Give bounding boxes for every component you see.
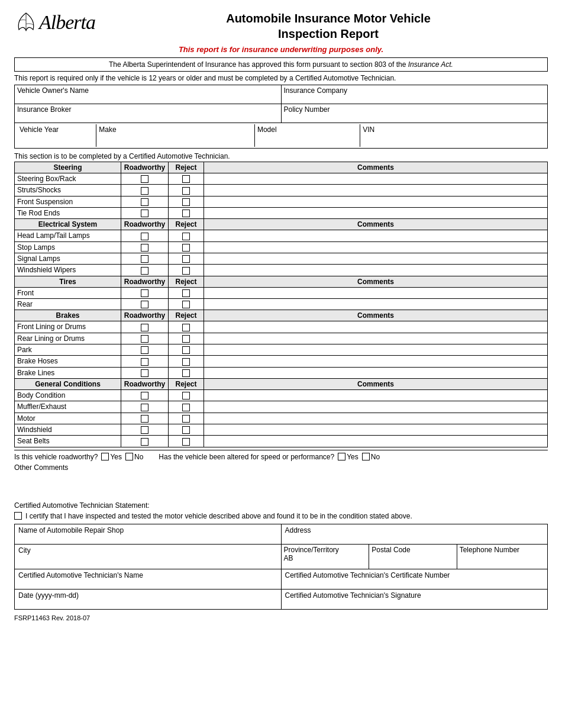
table-row: Windshield Wipers [15, 265, 548, 276]
headlamp-rej[interactable] [169, 230, 204, 241]
motor-rej[interactable] [169, 413, 204, 424]
roadworthy-no-group[interactable]: No [125, 453, 143, 461]
wipers-rej[interactable] [169, 265, 204, 276]
checkbox[interactable] [141, 210, 148, 217]
checkbox[interactable] [141, 324, 148, 331]
broker-cell: Insurance Broker [15, 104, 282, 123]
checkbox[interactable] [141, 289, 148, 297]
table-row: Front [15, 287, 548, 298]
checkbox[interactable] [141, 198, 148, 206]
body-condition-rej[interactable] [169, 389, 204, 401]
checkbox[interactable] [141, 244, 148, 252]
altered-yes-checkbox[interactable] [338, 453, 345, 460]
roadworthy-yes-group[interactable]: Yes [101, 453, 122, 461]
steering-table: Steering Roadworthy Reject Comments Stee… [14, 162, 548, 447]
motor-rw[interactable] [121, 413, 169, 424]
checkbox[interactable] [182, 415, 190, 423]
postal-label: Postal Code [372, 546, 410, 554]
policy-cell: Policy Number [281, 104, 548, 123]
checkbox[interactable] [182, 289, 190, 297]
front-tires-rej[interactable] [169, 287, 204, 298]
altered-yes-group[interactable]: Yes [338, 453, 358, 461]
park-brake-rw[interactable] [121, 344, 169, 355]
checkbox[interactable] [141, 392, 148, 400]
front-lining-rw[interactable] [121, 321, 169, 333]
checkbox[interactable] [141, 404, 148, 411]
checkbox[interactable] [141, 255, 148, 263]
signature-cell: Certified Automotive Technician's Signat… [281, 589, 548, 609]
roadworthy-yes-checkbox[interactable] [101, 453, 109, 460]
checkbox[interactable] [141, 187, 148, 195]
checkbox[interactable] [182, 198, 190, 206]
checkbox[interactable] [182, 335, 190, 343]
checkbox[interactable] [141, 335, 148, 343]
roadworthy-no-checkbox[interactable] [125, 453, 133, 460]
front-susp-rej[interactable] [169, 196, 204, 207]
headlamp-rw[interactable] [121, 230, 169, 241]
stoplamp-rej[interactable] [169, 241, 204, 253]
tie-rod-rw[interactable] [121, 207, 169, 218]
checkbox[interactable] [141, 346, 148, 354]
steering-box-rej[interactable] [169, 173, 204, 185]
rear-tires-rw[interactable] [121, 298, 169, 310]
certify-checkbox[interactable] [14, 512, 22, 520]
checkbox[interactable] [182, 255, 190, 263]
checkbox[interactable] [141, 438, 148, 446]
front-susp-label: Front Suspension [15, 196, 121, 207]
checkbox[interactable] [182, 426, 190, 434]
checkbox[interactable] [182, 346, 190, 354]
checkbox[interactable] [141, 267, 148, 275]
checkbox[interactable] [182, 404, 190, 411]
front-susp-rw[interactable] [121, 196, 169, 207]
rear-lining-rej[interactable] [169, 333, 204, 344]
checkbox[interactable] [182, 324, 190, 331]
checkbox[interactable] [182, 233, 190, 240]
checkbox[interactable] [141, 175, 148, 183]
checkbox[interactable] [182, 358, 190, 366]
front-lining-rej[interactable] [169, 321, 204, 333]
checkbox[interactable] [182, 267, 190, 275]
seatbelts-rej[interactable] [169, 436, 204, 447]
checkbox[interactable] [141, 369, 148, 377]
brake-lines-rej[interactable] [169, 367, 204, 378]
brake-hoses-rw[interactable] [121, 356, 169, 367]
checkbox[interactable] [182, 210, 190, 217]
park-brake-rej[interactable] [169, 344, 204, 355]
struts-rw[interactable] [121, 185, 169, 196]
stoplamp-rw[interactable] [121, 241, 169, 253]
checkbox[interactable] [141, 426, 148, 434]
checkbox[interactable] [182, 392, 190, 400]
struts-rej[interactable] [169, 185, 204, 196]
muffler-rw[interactable] [121, 401, 169, 413]
muffler-rej[interactable] [169, 401, 204, 413]
steering-box-rw[interactable] [121, 173, 169, 185]
rear-lining-rw[interactable] [121, 333, 169, 344]
checkbox[interactable] [182, 301, 190, 308]
owner-name-cell: Vehicle Owner's Name [15, 85, 282, 104]
wipers-rw[interactable] [121, 265, 169, 276]
front-tires-rw[interactable] [121, 287, 169, 298]
signallamp-rw[interactable] [121, 253, 169, 264]
altered-no-checkbox[interactable] [362, 453, 370, 460]
windshield-rw[interactable] [121, 424, 169, 435]
rear-tires-label: Rear [15, 298, 121, 310]
signallamp-rej[interactable] [169, 253, 204, 264]
tie-rod-rej[interactable] [169, 207, 204, 218]
brake-lines-rw[interactable] [121, 367, 169, 378]
checkbox[interactable] [182, 244, 190, 252]
brake-hoses-rej[interactable] [169, 356, 204, 367]
checkbox[interactable] [141, 233, 148, 240]
body-condition-rw[interactable] [121, 389, 169, 401]
rear-tires-rej[interactable] [169, 298, 204, 310]
general-rw-header: Roadworthy [121, 378, 169, 389]
checkbox[interactable] [141, 301, 148, 308]
checkbox[interactable] [182, 187, 190, 195]
checkbox[interactable] [182, 369, 190, 377]
altered-no-group[interactable]: No [362, 453, 380, 461]
checkbox[interactable] [182, 175, 190, 183]
seatbelts-rw[interactable] [121, 436, 169, 447]
checkbox[interactable] [141, 415, 148, 423]
checkbox[interactable] [141, 358, 148, 366]
windshield-rej[interactable] [169, 424, 204, 435]
checkbox[interactable] [182, 438, 190, 446]
